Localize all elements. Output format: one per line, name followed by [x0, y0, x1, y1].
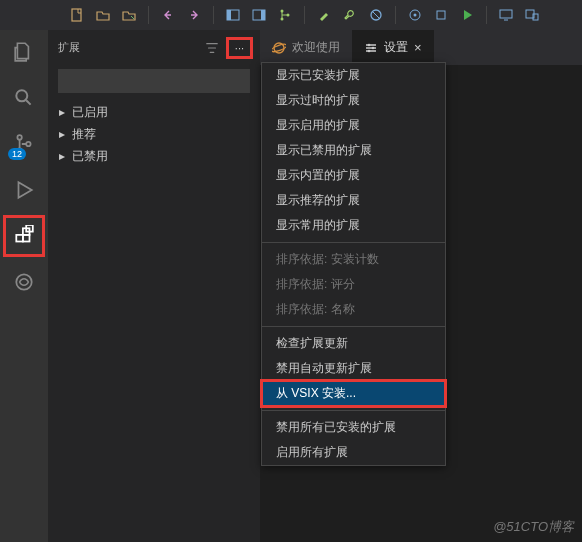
search-icon[interactable]: [10, 84, 38, 112]
svg-rect-0: [72, 9, 81, 21]
source-control-icon[interactable]: 12: [10, 130, 38, 158]
git-branch-button[interactable]: [276, 6, 294, 24]
badge: 12: [8, 148, 26, 160]
play-button[interactable]: [458, 6, 476, 24]
chevron-right-icon: ▸: [56, 105, 68, 119]
svg-rect-12: [500, 10, 512, 18]
wrench-button[interactable]: [341, 6, 359, 24]
brush-button[interactable]: [315, 6, 333, 24]
svg-rect-19: [16, 235, 23, 242]
tab-label: 设置: [384, 39, 408, 56]
tab-1[interactable]: 设置×: [352, 30, 434, 65]
menu-item-0-5[interactable]: 显示推荐的扩展: [262, 188, 445, 213]
menu-item-3-0[interactable]: 禁用所有已安装的扩展: [262, 415, 445, 440]
monitor-button[interactable]: [497, 6, 515, 24]
svg-rect-11: [437, 11, 445, 19]
chevron-right-icon: ▸: [56, 127, 68, 141]
menu-item-0-6[interactable]: 显示常用的扩展: [262, 213, 445, 238]
circle-icon[interactable]: [10, 268, 38, 296]
svg-rect-20: [23, 235, 30, 242]
svg-rect-4: [261, 10, 265, 20]
menu-item-2-0[interactable]: 检查扩展更新: [262, 331, 445, 356]
layout-right-button[interactable]: [250, 6, 268, 24]
menu-item-2-1[interactable]: 禁用自动更新扩展: [262, 356, 445, 381]
svg-point-28: [368, 49, 371, 52]
svg-point-26: [368, 43, 371, 46]
menu-item-1-0: 排序依据: 安装计数: [262, 247, 445, 272]
menu-item-1-2: 排序依据: 名称: [262, 297, 445, 322]
settings-icon: [364, 41, 378, 55]
tab-0[interactable]: 欢迎使用: [260, 30, 352, 65]
debug-icon[interactable]: [10, 176, 38, 204]
menu-item-0-0[interactable]: 显示已安装扩展: [262, 63, 445, 88]
files-icon[interactable]: [10, 38, 38, 66]
menu-item-2-2[interactable]: 从 VSIX 安装...: [262, 381, 445, 406]
extensions-icon[interactable]: [10, 222, 38, 250]
open-file-button[interactable]: [120, 6, 138, 24]
menu-item-0-1[interactable]: 显示过时的扩展: [262, 88, 445, 113]
section-0[interactable]: ▸已启用: [48, 101, 260, 123]
svg-point-16: [17, 135, 21, 139]
svg-point-18: [26, 142, 30, 146]
cancel-button[interactable]: [367, 6, 385, 24]
menu-item-0-4[interactable]: 显示内置的扩展: [262, 163, 445, 188]
section-label: 已禁用: [72, 148, 108, 165]
more-actions-button[interactable]: ···: [229, 40, 250, 56]
section-2[interactable]: ▸已禁用: [48, 145, 260, 167]
target-button[interactable]: [406, 6, 424, 24]
svg-point-25: [272, 42, 286, 52]
svg-point-10: [414, 14, 417, 17]
square-button[interactable]: [432, 6, 450, 24]
svg-rect-2: [227, 10, 231, 20]
extension-search-input[interactable]: [58, 69, 250, 93]
layout-left-button[interactable]: [224, 6, 242, 24]
redo-button[interactable]: [185, 6, 203, 24]
svg-point-15: [16, 90, 27, 101]
menu-item-3-1[interactable]: 启用所有扩展: [262, 440, 445, 465]
filter-icon[interactable]: [205, 41, 219, 55]
menu-item-0-3[interactable]: 显示已禁用的扩展: [262, 138, 445, 163]
menu-item-1-1: 排序依据: 评分: [262, 272, 445, 297]
planet-icon: [272, 41, 286, 55]
extensions-context-menu: 显示已安装扩展显示过时的扩展显示启用的扩展显示已禁用的扩展显示内置的扩展显示推荐…: [261, 62, 446, 466]
svg-point-23: [16, 274, 31, 289]
section-label: 已启用: [72, 104, 108, 121]
new-file-button[interactable]: [68, 6, 86, 24]
chevron-right-icon: ▸: [56, 149, 68, 163]
sidebar-title: 扩展: [58, 40, 80, 55]
devices-button[interactable]: [523, 6, 541, 24]
section-1[interactable]: ▸推荐: [48, 123, 260, 145]
watermark: @51CTO博客: [493, 518, 574, 536]
open-folder-button[interactable]: [94, 6, 112, 24]
svg-point-27: [372, 46, 375, 49]
section-label: 推荐: [72, 126, 96, 143]
menu-item-0-2[interactable]: 显示启用的扩展: [262, 113, 445, 138]
tab-label: 欢迎使用: [292, 39, 340, 56]
undo-button[interactable]: [159, 6, 177, 24]
close-icon[interactable]: ×: [414, 40, 422, 55]
